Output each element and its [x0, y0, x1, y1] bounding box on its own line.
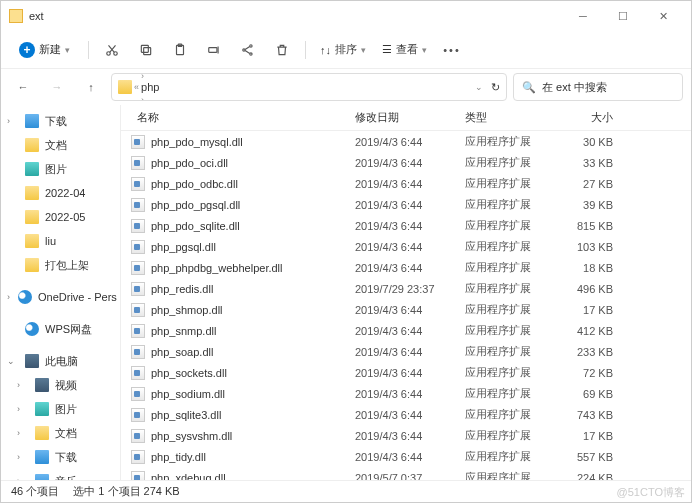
delete-button[interactable] — [267, 35, 297, 65]
expand-icon[interactable]: › — [17, 404, 27, 414]
sort-button[interactable]: ↑↓ 排序 ▾ — [314, 42, 372, 57]
up-button[interactable]: ↑ — [77, 73, 105, 101]
expand-icon[interactable]: ⌄ — [7, 356, 17, 366]
plus-icon: + — [19, 42, 35, 58]
titlebar[interactable]: ext ─ ☐ ✕ — [1, 1, 691, 31]
table-row[interactable]: php_pdo_pgsql.dll2019/4/3 6:44应用程序扩展39 K… — [121, 194, 691, 215]
table-row[interactable]: php_sqlite3.dll2019/4/3 6:44应用程序扩展743 KB — [121, 404, 691, 425]
file-size: 27 KB — [549, 178, 619, 190]
copy-button[interactable] — [131, 35, 161, 65]
svg-point-8 — [243, 48, 245, 50]
sidebar-item[interactable]: ›视频 — [1, 373, 120, 397]
table-row[interactable]: php_redis.dll2019/7/29 23:37应用程序扩展496 KB — [121, 278, 691, 299]
col-type[interactable]: 类型 — [459, 110, 549, 125]
sidebar-item[interactable]: WPS网盘 — [1, 317, 120, 341]
back-button[interactable]: ← — [9, 73, 37, 101]
cut-button[interactable] — [97, 35, 127, 65]
sidebar-label: 下载 — [55, 450, 77, 465]
table-row[interactable]: php_pdo_sqlite.dll2019/4/3 6:44应用程序扩展815… — [121, 215, 691, 236]
sidebar-item[interactable]: liu — [1, 229, 120, 253]
view-button[interactable]: ☰ 查看 ▾ — [376, 42, 433, 57]
minimize-button[interactable]: ─ — [563, 1, 603, 31]
table-row[interactable]: php_pdo_odbc.dll2019/4/3 6:44应用程序扩展27 KB — [121, 173, 691, 194]
sidebar-item[interactable]: 图片 — [1, 157, 120, 181]
new-button[interactable]: + 新建 ▾ — [9, 38, 80, 62]
file-name: php_pdo_pgsql.dll — [151, 199, 349, 211]
expand-icon[interactable]: › — [17, 380, 27, 390]
maximize-button[interactable]: ☐ — [603, 1, 643, 31]
file-size: 39 KB — [549, 199, 619, 211]
close-button[interactable]: ✕ — [643, 1, 683, 31]
table-row[interactable]: php_shmop.dll2019/4/3 6:44应用程序扩展17 KB — [121, 299, 691, 320]
file-icon — [131, 471, 145, 481]
file-icon — [131, 156, 145, 170]
sidebar-item[interactable]: 2022-04 — [1, 181, 120, 205]
folder-icon — [25, 258, 39, 272]
table-row[interactable]: php_pdo_mysql.dll2019/4/3 6:44应用程序扩展30 K… — [121, 131, 691, 152]
folder-icon — [25, 234, 39, 248]
file-size: 224 KB — [549, 472, 619, 481]
table-row[interactable]: php_soap.dll2019/4/3 6:44应用程序扩展233 KB — [121, 341, 691, 362]
file-size: 815 KB — [549, 220, 619, 232]
file-date: 2019/4/3 6:44 — [349, 157, 459, 169]
table-row[interactable]: php_snmp.dll2019/4/3 6:44应用程序扩展412 KB — [121, 320, 691, 341]
folder-icon — [35, 426, 49, 440]
share-button[interactable] — [233, 35, 263, 65]
more-button[interactable]: ••• — [437, 35, 467, 65]
file-icon — [131, 177, 145, 191]
file-type: 应用程序扩展 — [459, 449, 549, 464]
table-row[interactable]: php_pdo_oci.dll2019/4/3 6:44应用程序扩展33 KB — [121, 152, 691, 173]
table-row[interactable]: php_sodium.dll2019/4/3 6:44应用程序扩展69 KB — [121, 383, 691, 404]
toolbar: + 新建 ▾ ↑↓ 排序 ▾ ☰ 查看 ▾ ••• — [1, 31, 691, 69]
col-name[interactable]: 名称 — [131, 110, 349, 125]
file-type: 应用程序扩展 — [459, 323, 549, 338]
search-input[interactable]: 🔍 在 ext 中搜索 — [513, 73, 683, 101]
sidebar-item[interactable]: ›下载 — [1, 445, 120, 469]
sidebar-item[interactable]: ›下载 — [1, 109, 120, 133]
breadcrumb[interactable]: « phpstudy_pro›Extensions›php›php7.3.4nt… — [111, 73, 507, 101]
sidebar-item[interactable]: 文档 — [1, 133, 120, 157]
column-header[interactable]: 名称 修改日期 类型 大小 — [121, 105, 691, 131]
table-row[interactable]: php_pgsql.dll2019/4/3 6:44应用程序扩展103 KB — [121, 236, 691, 257]
file-icon — [131, 324, 145, 338]
table-row[interactable]: php_tidy.dll2019/4/3 6:44应用程序扩展557 KB — [121, 446, 691, 467]
expand-icon[interactable]: › — [17, 428, 27, 438]
chevron-down-icon[interactable]: ⌄ — [475, 82, 483, 92]
sidebar-item[interactable]: 打包上架 — [1, 253, 120, 277]
sidebar-label: 打包上架 — [45, 258, 89, 273]
col-date[interactable]: 修改日期 — [349, 110, 459, 125]
file-type: 应用程序扩展 — [459, 470, 549, 480]
col-size[interactable]: 大小 — [549, 110, 619, 125]
sidebar-item[interactable]: ›文档 — [1, 421, 120, 445]
paste-button[interactable] — [165, 35, 195, 65]
sidebar-label: WPS网盘 — [45, 322, 92, 337]
table-row[interactable]: php_phpdbg_webhelper.dll2019/4/3 6:44应用程… — [121, 257, 691, 278]
sort-icon: ↑↓ — [320, 44, 331, 56]
forward-button[interactable]: → — [43, 73, 71, 101]
expand-icon[interactable]: › — [7, 292, 10, 302]
sidebar[interactable]: ›下载文档图片2022-042022-05liu打包上架›OneDrive - … — [1, 105, 121, 480]
file-icon — [131, 366, 145, 380]
table-row[interactable]: php_xdebug.dll2019/5/7 0:37应用程序扩展224 KB — [121, 467, 691, 480]
refresh-button[interactable]: ↻ — [491, 81, 500, 94]
table-row[interactable]: php_sockets.dll2019/4/3 6:44应用程序扩展72 KB — [121, 362, 691, 383]
file-icon — [131, 345, 145, 359]
expand-icon[interactable]: › — [7, 116, 17, 126]
sidebar-item[interactable]: 2022-05 — [1, 205, 120, 229]
breadcrumb-segment[interactable]: php — [141, 81, 208, 93]
rename-button[interactable] — [199, 35, 229, 65]
sidebar-item[interactable]: ›音乐 — [1, 469, 120, 480]
file-date: 2019/4/3 6:44 — [349, 304, 459, 316]
sidebar-item[interactable]: ›OneDrive - Pers — [1, 285, 120, 309]
folder-icon — [35, 378, 49, 392]
expand-icon[interactable]: › — [17, 452, 27, 462]
file-list[interactable]: php_pdo_mysql.dll2019/4/3 6:44应用程序扩展30 K… — [121, 131, 691, 480]
file-date: 2019/4/3 6:44 — [349, 325, 459, 337]
svg-rect-3 — [141, 45, 148, 52]
file-type: 应用程序扩展 — [459, 155, 549, 170]
sidebar-item[interactable]: ›图片 — [1, 397, 120, 421]
table-row[interactable]: php_sysvshm.dll2019/4/3 6:44应用程序扩展17 KB — [121, 425, 691, 446]
file-type: 应用程序扩展 — [459, 197, 549, 212]
sidebar-item[interactable]: ⌄此电脑 — [1, 349, 120, 373]
file-pane: 名称 修改日期 类型 大小 php_pdo_mysql.dll2019/4/3 … — [121, 105, 691, 480]
